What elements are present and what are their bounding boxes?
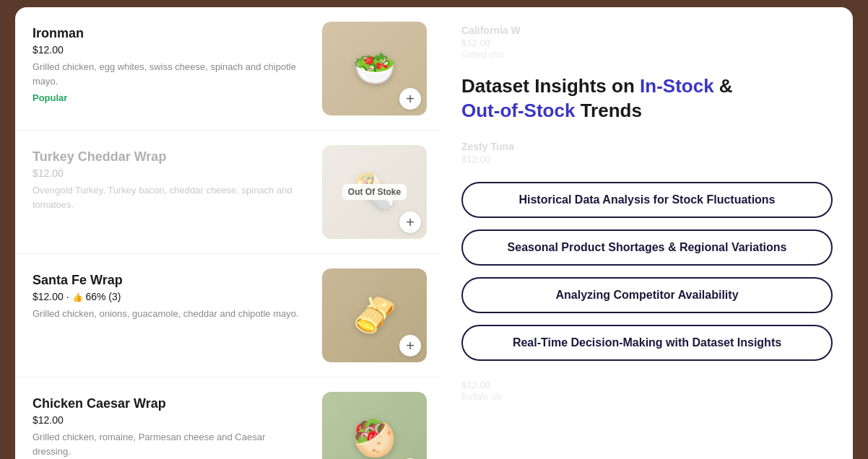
ironman-price: $12.00: [32, 44, 313, 56]
caesar-name: Chicken Caesar Wrap: [32, 396, 313, 411]
realtime-button[interactable]: Real-Time Decision-Making with Dataset I…: [461, 325, 833, 361]
main-heading: Dataset Insights on In-Stock & Out-of-St…: [461, 74, 833, 123]
caesar-price: $12.00: [32, 414, 313, 426]
santafe-food-icon: 🫔: [353, 295, 396, 336]
ironman-food-icon: 🥗: [353, 48, 396, 89]
heading-in-stock: In-Stock: [640, 75, 714, 97]
faded-top-desc: Grilled chic: [461, 50, 833, 60]
turkey-price: $12.00: [32, 167, 313, 179]
seasonal-button[interactable]: Seasonal Product Shortages & Regional Va…: [461, 230, 833, 266]
menu-item-santafe: Santa Fe Wrap $12.00 · 👍 66% (3) Grilled…: [15, 254, 441, 377]
faded-top-item: California W $12.00 Grilled chic: [461, 25, 833, 69]
heading-prefix: Dataset Insights on: [461, 75, 640, 97]
turkey-desc: Ovengold Turkey, Turkey bacon, cheddar c…: [32, 183, 300, 211]
faded-middle-info: Zesty Tuna $12.00: [461, 141, 833, 165]
menu-item-turkey: Turkey Cheddar Wrap $12.00 Ovengold Turk…: [15, 131, 441, 254]
santafe-name: Santa Fe Wrap: [32, 273, 313, 288]
faded-top-info: California W $12.00 Grilled chic: [461, 25, 833, 60]
ironman-name: Ironman: [32, 26, 313, 41]
menu-item-santafe-info: Santa Fe Wrap $12.00 · 👍 66% (3) Grilled…: [32, 268, 322, 321]
caesar-food-icon: 🥙: [353, 419, 396, 459]
turkey-name: Turkey Cheddar Wrap: [32, 149, 313, 165]
faded-middle-name: Zesty Tuna: [461, 141, 833, 152]
faded-bottom-info: $12.00 Buffalo chi: [461, 378, 833, 402]
santafe-desc: Grilled chicken, onions, guacamole, ched…: [32, 307, 300, 321]
santafe-rating: 66% (3): [85, 291, 121, 302]
heading-line1: Dataset Insights on In-Stock &: [461, 74, 833, 99]
left-panel: Ironman $12.00 Grilled chicken, egg whit…: [15, 7, 441, 459]
menu-item-ironman-info: Ironman $12.00 Grilled chicken, egg whit…: [32, 22, 322, 103]
ironman-add-button[interactable]: +: [399, 88, 421, 110]
right-panel: California W $12.00 Grilled chic Dataset…: [441, 7, 853, 459]
main-card: Ironman $12.00 Grilled chicken, egg whit…: [15, 7, 853, 459]
heading-line2: Out-of-Stock Trends: [461, 99, 833, 123]
faded-middle-price: $12.00: [461, 154, 833, 165]
faded-top-name: California W: [461, 25, 833, 36]
menu-item-caesar: Chicken Caesar Wrap $12.00 Grilled chick…: [15, 377, 441, 459]
santafe-dot: ·: [66, 291, 72, 302]
caesar-image: 🥙: [322, 392, 427, 459]
turkey-add-button[interactable]: +: [399, 211, 421, 233]
santafe-price: $12.00 · 👍 66% (3): [32, 291, 313, 302]
menu-item-ironman: Ironman $12.00 Grilled chicken, egg whit…: [15, 7, 441, 131]
faded-middle-item: Zesty Tuna $12.00: [461, 141, 833, 173]
caesar-desc: Grilled chicken, romaine, Parmesan chees…: [32, 430, 300, 458]
historical-button[interactable]: Historical Data Analysis for Stock Fluct…: [461, 182, 833, 218]
ironman-image-wrap: 🥗 +: [322, 22, 427, 115]
santafe-add-button[interactable]: +: [399, 335, 421, 357]
thumb-icon: 👍: [72, 292, 83, 302]
turkey-image-wrap: 🌯 Out Of Stoke +: [322, 145, 427, 239]
heading-out-of-stock: Out-of-Stock: [461, 100, 575, 121]
ironman-badge: Popular: [32, 92, 313, 103]
faded-top-price: $12.00: [461, 38, 833, 48]
menu-item-caesar-info: Chicken Caesar Wrap $12.00 Grilled chick…: [32, 392, 322, 458]
ironman-desc: Grilled chicken, egg whites, swiss chees…: [32, 60, 300, 88]
heading-ampersand: &: [714, 75, 733, 97]
faded-bottom-price: $12.00: [461, 380, 833, 390]
menu-item-turkey-info: Turkey Cheddar Wrap $12.00 Ovengold Turk…: [32, 145, 322, 211]
competitor-button[interactable]: Analyzing Competitor Availability: [461, 277, 833, 313]
out-of-stock-label: Out Of Stoke: [342, 184, 407, 200]
faded-bottom-desc: Buffalo chi: [461, 392, 833, 402]
caesar-image-wrap: 🥙 +: [322, 392, 427, 459]
santafe-image-wrap: 🫔 +: [322, 268, 427, 362]
heading-trends: Trends: [575, 100, 641, 121]
faded-bottom-item: $12.00 Buffalo chi: [461, 378, 833, 411]
